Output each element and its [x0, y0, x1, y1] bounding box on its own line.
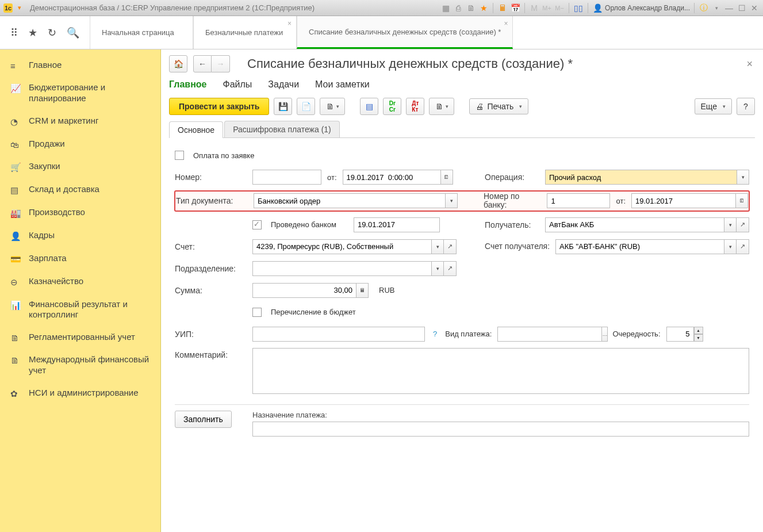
calendar-button[interactable]: 🗓 — [735, 193, 748, 208]
tab-writeoff-funds[interactable]: Списание безналичных денежных средств (с… — [297, 16, 513, 49]
home-button[interactable]: 🏠 — [169, 55, 187, 72]
bank-date-input[interactable] — [631, 193, 735, 208]
drcr-icon[interactable]: DrCr — [383, 98, 401, 115]
operation-select[interactable] — [545, 170, 737, 185]
sidebar-item-budgeting[interactable]: 📈Бюджетирование и планирование — [0, 76, 160, 110]
m-minus-icon[interactable]: M− — [554, 3, 565, 13]
dropdown-icon[interactable]: ▾ — [445, 193, 458, 208]
priority-input[interactable] — [666, 327, 694, 342]
user-name[interactable]: Орлов Александр Влади... — [605, 4, 690, 12]
dropdown-icon[interactable]: ▾ — [724, 217, 737, 232]
basis-dropdown-icon[interactable]: 🗎 — [320, 98, 345, 115]
calendar-button[interactable]: 🗓 — [440, 170, 453, 185]
bank-number-input[interactable] — [547, 193, 610, 208]
sum-input[interactable] — [252, 283, 356, 298]
tab-start-page[interactable]: Начальная страница — [90, 16, 193, 49]
sidebar-item-admin[interactable]: ✿НСИ и администрирование — [0, 382, 160, 405]
m-plus-icon[interactable]: M+ — [542, 3, 552, 13]
spin-down-icon[interactable]: ▼ — [694, 334, 703, 342]
m-icon[interactable]: M — [529, 3, 539, 13]
doctype-select[interactable] — [254, 193, 445, 208]
sidebar-item-purchases[interactable]: 🛒Закупки — [0, 155, 160, 178]
help-button[interactable]: ? — [737, 98, 755, 115]
uip-help-icon[interactable]: ? — [431, 330, 439, 338]
pay-by-request-checkbox[interactable] — [175, 151, 184, 160]
sidebar-item-regaccounting[interactable]: 🗎Регламентированный учет — [0, 326, 160, 349]
doc-nav-notes[interactable]: Мои заметки — [315, 77, 370, 92]
tool-icon-3[interactable]: 🗎 — [466, 3, 476, 13]
dropdown-icon[interactable]: ▾ — [711, 3, 722, 13]
account-input[interactable] — [252, 239, 431, 254]
tool-icon-1[interactable]: ▦ — [440, 3, 451, 13]
sidebar-item-crm[interactable]: ◔CRM и маркетинг — [0, 110, 160, 133]
post-icon[interactable]: 📄 — [297, 98, 315, 115]
bank-processed-checkbox[interactable] — [252, 220, 262, 229]
post-and-close-button[interactable]: Провести и закрыть — [169, 98, 269, 115]
open-icon[interactable]: ↗ — [444, 239, 457, 254]
bank-processed-date-input[interactable] — [354, 217, 440, 232]
sidebar-item-treasury[interactable]: ⊖Казначейство — [0, 270, 160, 293]
report-icon[interactable]: ▤ — [360, 98, 378, 115]
close-window-icon[interactable]: ✕ — [749, 3, 760, 13]
tab-label: Списание безналичных денежных средств (с… — [309, 28, 501, 36]
calculator-button[interactable]: 🖩 — [356, 283, 369, 298]
sidebar-item-production[interactable]: 🏭Производство — [0, 201, 160, 224]
subtab-main[interactable]: Основное — [169, 121, 223, 138]
subtab-payment-details[interactable]: Расшифровка платежа (1) — [224, 121, 340, 137]
sidebar-item-main[interactable]: ≡Главное — [0, 54, 160, 76]
forward-button[interactable]: → — [212, 55, 230, 72]
tab-close-icon[interactable]: × — [504, 20, 508, 28]
division-input[interactable] — [252, 261, 431, 276]
doc-nav-tasks[interactable]: Задачи — [268, 77, 299, 92]
calendar-icon[interactable]: 📅 — [510, 3, 520, 13]
dropdown-icon[interactable]: ▾ — [431, 239, 444, 254]
dropdown-icon[interactable]: ▾ — [431, 261, 444, 276]
payment-kind-input[interactable] — [497, 327, 601, 342]
minimize-icon[interactable]: — — [724, 3, 734, 13]
dropdown-icon[interactable]: ▾ — [724, 239, 737, 254]
close-document-icon[interactable]: × — [744, 56, 755, 72]
select-button[interactable]: … — [601, 327, 608, 342]
date-input[interactable] — [343, 170, 440, 185]
sidebar-item-intlaccounting[interactable]: 🗎Международный финансовый учет — [0, 349, 160, 382]
open-icon[interactable]: ↗ — [737, 217, 749, 232]
apps-grid-icon[interactable]: ⠿ — [10, 26, 18, 39]
tool-icon-4[interactable]: ★ — [478, 3, 489, 13]
tab-cashless-payments[interactable]: Безналичные платежи × — [193, 16, 297, 49]
sidebar-item-payroll[interactable]: 💳Зарплата — [0, 247, 160, 270]
recipient-input[interactable] — [545, 217, 724, 232]
back-button[interactable]: ← — [193, 55, 212, 72]
search-icon[interactable]: 🔍 — [67, 26, 79, 39]
uip-input[interactable] — [252, 327, 425, 342]
fill-button[interactable]: Заполнить — [175, 411, 232, 428]
sidebar-item-sales[interactable]: 🛍Продажи — [0, 133, 160, 155]
info-icon[interactable]: ⓘ — [699, 3, 709, 13]
open-icon[interactable]: ↗ — [737, 239, 749, 254]
spin-up-icon[interactable]: ▲ — [694, 327, 703, 334]
save-icon[interactable]: 💾 — [274, 98, 292, 115]
calc-icon[interactable]: 🖩 — [497, 3, 508, 13]
sidebar-item-finresult[interactable]: 📊Финансовый результат и контроллинг — [0, 293, 160, 327]
history-icon[interactable]: ↻ — [48, 26, 56, 39]
favorites-icon[interactable]: ★ — [28, 26, 37, 39]
dropdown-icon[interactable]: ▾ — [737, 170, 749, 185]
doc-nav-files[interactable]: Файлы — [223, 77, 252, 92]
window-menu-icon[interactable]: ▾ — [15, 3, 24, 13]
recipient-acc-input[interactable] — [555, 239, 724, 254]
related-dropdown-icon[interactable]: 🗎 — [429, 98, 454, 115]
comment-textarea[interactable] — [252, 348, 749, 394]
print-dropdown[interactable]: 🖨Печать — [469, 98, 528, 114]
sidebar-item-hr[interactable]: 👤Кадры — [0, 224, 160, 247]
sidebar-item-warehouse[interactable]: ▤Склад и доставка — [0, 178, 160, 201]
open-icon[interactable]: ↗ — [444, 261, 457, 276]
tab-close-icon[interactable]: × — [287, 20, 292, 28]
doc-nav-main[interactable]: Главное — [169, 77, 207, 92]
tool-icon-2[interactable]: ⎙ — [453, 3, 463, 13]
purpose-input[interactable] — [252, 422, 749, 437]
more-dropdown[interactable]: Еще — [695, 98, 733, 114]
budget-transfer-checkbox[interactable] — [252, 308, 262, 317]
windows-icon[interactable]: ▯▯ — [573, 3, 584, 13]
dtkt-icon[interactable]: ДтКт — [406, 98, 424, 115]
maximize-icon[interactable]: ☐ — [737, 3, 747, 13]
number-input[interactable] — [252, 170, 321, 185]
